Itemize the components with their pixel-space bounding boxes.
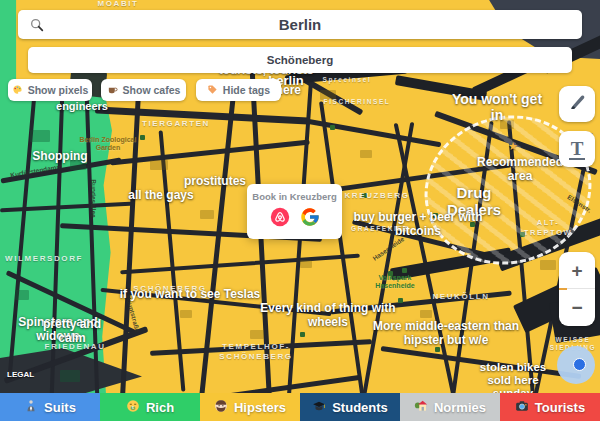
street-label: Bundesallee (90, 179, 97, 217)
category-label: Tourists (535, 400, 585, 415)
graduation-cap-icon (312, 399, 326, 416)
legal-link[interactable]: LEGAL (7, 370, 34, 379)
category-label: Suits (44, 400, 76, 415)
area-search-input[interactable]: Schöneberg (28, 47, 572, 73)
district-label: TIERGARTEN (142, 119, 210, 129)
map-detail (200, 210, 214, 219)
road (120, 254, 360, 275)
category-tourists[interactable]: Tourists (500, 393, 600, 421)
category-label: Hipsters (234, 400, 286, 415)
star-icon: ★ (508, 140, 518, 153)
house-icon (414, 399, 428, 416)
map-detail (250, 330, 264, 339)
district-label: NEUKÖLLN (432, 292, 489, 302)
district-label: FISCHERINSEL (324, 98, 391, 106)
map-detail (180, 310, 192, 318)
map-tag[interactable]: Shopping (32, 150, 87, 164)
toggle-label: Hide tags (223, 84, 270, 96)
money-face-icon: $ (126, 399, 140, 416)
booking-popup-title: Book in Kreuzberg (247, 191, 342, 202)
zoom-control: + − (559, 252, 595, 326)
category-normies[interactable]: Normies (400, 393, 500, 421)
category-rich[interactable]: $Rich (100, 393, 200, 421)
toggle-label: Show cafes (123, 84, 181, 96)
category-label: Students (332, 400, 388, 415)
category-bar: Suits$RichHipstersStudentsNormiesTourist… (0, 393, 600, 421)
category-students[interactable]: Students (300, 393, 400, 421)
map-detail (360, 150, 372, 158)
booking-popup: Book in Kreuzberg (247, 184, 342, 239)
map-detail (140, 135, 145, 140)
zoom-out-button[interactable]: − (559, 289, 595, 326)
park-label: Volkspark Hasenheide (375, 274, 414, 291)
map-detail (540, 260, 556, 270)
hipster-icon (214, 399, 228, 416)
map-detail (15, 290, 29, 300)
text-tool-icon: T (569, 139, 586, 160)
road (110, 140, 309, 166)
district-label: WILMERSDORF (5, 254, 83, 264)
map-detail (402, 268, 407, 273)
map-tag[interactable]: pretty and calm (43, 318, 101, 346)
category-label: Rich (146, 400, 174, 415)
district-label: MOABIT (97, 0, 138, 9)
map-detail (30, 130, 50, 142)
map-detail (300, 332, 305, 337)
map-tag[interactable]: buy burger + beer with bitcoins (353, 211, 482, 239)
map-detail (398, 298, 403, 303)
svg-text:$: $ (132, 406, 134, 410)
city-search-value: Berlin (279, 16, 322, 33)
camera-icon (515, 399, 529, 416)
category-hipsters[interactable]: Hipsters (200, 393, 300, 421)
category-label: Normies (434, 400, 486, 415)
google-icon[interactable] (300, 207, 320, 231)
airbnb-icon[interactable] (270, 207, 290, 231)
map-tag[interactable]: You won't get in (446, 91, 549, 123)
map-detail (330, 125, 335, 130)
search-icon (29, 17, 45, 33)
map-tag[interactable]: Recommended area (477, 156, 563, 184)
toggle-show-pixels[interactable]: Show pixels (8, 79, 92, 101)
toggle-label: Show pixels (28, 84, 89, 96)
toggle-hide-tags[interactable]: Hide tags (196, 79, 281, 101)
park-label: Berlin Zoological Garden (80, 136, 137, 153)
coffee-icon (107, 84, 118, 97)
map-detail (300, 260, 312, 268)
tag-icon (207, 84, 218, 97)
map-tag[interactable]: engineers (56, 100, 108, 113)
map-tag[interactable]: all the gays (128, 189, 193, 203)
district-label: KREUZBERG (344, 191, 409, 201)
district-label: ALT- TREPTOW (524, 218, 573, 238)
paintbrush-icon (568, 93, 587, 116)
map-detail (60, 370, 80, 382)
map-tag[interactable]: More middle-eastern than hipster but w/e (373, 320, 519, 348)
city-search-input[interactable]: Berlin (18, 10, 582, 39)
suit-icon (24, 399, 38, 416)
zoom-divider (559, 288, 595, 289)
district-label: Spreeinsel (323, 76, 372, 84)
locate-me-button[interactable] (557, 346, 595, 384)
palette-icon (12, 84, 23, 97)
toggle-show-cafes[interactable]: Show cafes (101, 79, 186, 101)
zoom-in-button[interactable]: + (559, 252, 595, 289)
text-tool-button[interactable]: T (559, 131, 595, 167)
location-dot-icon (573, 358, 586, 371)
district-label: TEMPELHOF- SCHÖNEBERG (219, 342, 292, 363)
map-detail (420, 310, 432, 318)
map-detail (150, 160, 168, 170)
area-search-value: Schöneberg (267, 54, 333, 66)
road (319, 101, 365, 401)
map-tag[interactable]: prostitutes (184, 175, 246, 189)
map-tag[interactable]: if you want to see Teslas (120, 288, 260, 302)
category-suits[interactable]: Suits (0, 393, 100, 421)
paint-tool-button[interactable] (559, 86, 595, 122)
